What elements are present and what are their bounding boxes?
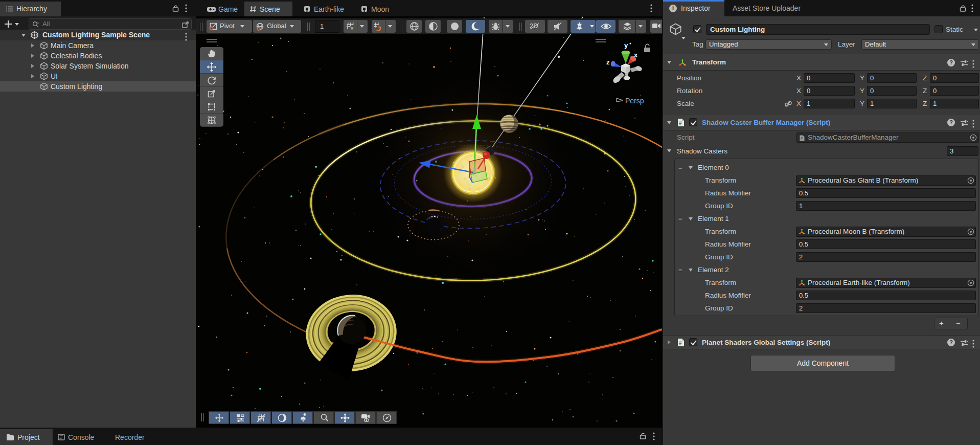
svg-text:x: x (634, 51, 638, 59)
svg-text:y: y (624, 41, 628, 49)
svg-text:Y: Y (351, 26, 354, 31)
svg-text:#: # (679, 340, 682, 346)
svg-text:Persp: Persp (625, 97, 644, 105)
svg-text:#: # (679, 120, 682, 126)
svg-text:z: z (606, 58, 610, 66)
